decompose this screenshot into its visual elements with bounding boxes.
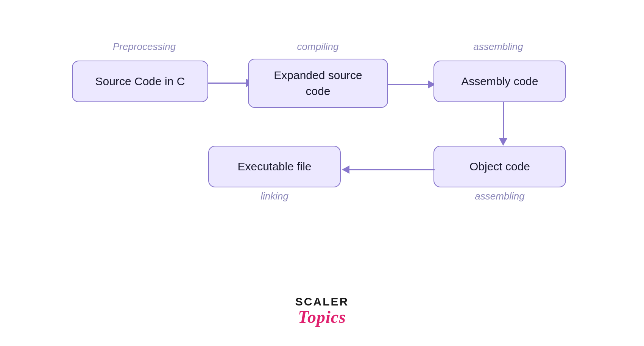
preprocessing-label: Preprocessing [75,41,213,53]
branding: SCALER Topics [295,295,349,327]
arrow-assembly-object [499,102,507,146]
object-code-node: Object code [433,146,566,187]
executable-file-node: Executable file [208,146,341,187]
assembly-code-node: Assembly code [433,61,566,102]
topics-text: Topics [295,308,349,327]
arrow-expanded-assembly [388,80,435,89]
arrow-object-executable [342,165,435,174]
expanded-source-node: Expanded source code [248,59,388,108]
assembling-label-bottom: assembling [433,190,566,202]
arrow-source-expanded [208,79,254,87]
assembling-label-top: assembling [430,41,567,53]
linking-label: linking [208,190,341,202]
source-code-node: Source Code in C [72,61,208,102]
compiling-label: compiling [248,41,387,53]
scaler-text: SCALER [295,295,349,308]
